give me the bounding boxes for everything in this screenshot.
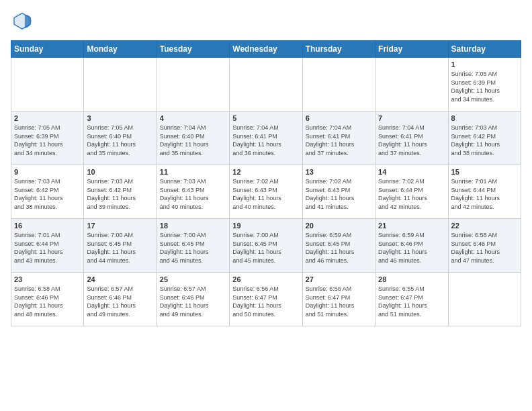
day-header-saturday: Saturday <box>448 41 521 58</box>
calendar-cell: 17Sunrise: 7:00 AM Sunset: 6:45 PM Dayli… <box>84 219 157 273</box>
day-info: Sunrise: 7:01 AM Sunset: 6:44 PM Dayligh… <box>14 231 81 265</box>
calendar-cell: 21Sunrise: 6:59 AM Sunset: 6:46 PM Dayli… <box>375 219 448 273</box>
calendar-cell <box>302 58 375 111</box>
calendar-week-row: 1Sunrise: 7:05 AM Sunset: 6:39 PM Daylig… <box>11 58 521 111</box>
day-number: 3 <box>87 114 153 122</box>
day-number: 21 <box>378 222 445 230</box>
calendar-cell: 7Sunrise: 7:04 AM Sunset: 6:41 PM Daylig… <box>375 111 448 165</box>
day-info: Sunrise: 6:57 AM Sunset: 6:46 PM Dayligh… <box>87 285 153 318</box>
day-info: Sunrise: 7:04 AM Sunset: 6:40 PM Dayligh… <box>160 124 226 157</box>
calendar-cell: 27Sunrise: 6:56 AM Sunset: 6:47 PM Dayli… <box>302 273 375 326</box>
calendar-cell: 28Sunrise: 6:55 AM Sunset: 6:47 PM Dayli… <box>375 273 448 326</box>
calendar-cell: 13Sunrise: 7:02 AM Sunset: 6:43 PM Dayli… <box>302 165 375 219</box>
logo <box>11 11 35 34</box>
logo-icon <box>12 11 32 31</box>
day-number: 22 <box>451 222 518 230</box>
calendar-cell <box>230 58 302 111</box>
day-header-thursday: Thursday <box>302 41 375 58</box>
day-info: Sunrise: 7:01 AM Sunset: 6:44 PM Dayligh… <box>451 177 518 211</box>
day-number: 18 <box>160 222 226 230</box>
day-number: 1 <box>451 60 518 68</box>
day-number: 20 <box>306 222 372 230</box>
day-info: Sunrise: 6:55 AM Sunset: 6:47 PM Dayligh… <box>378 285 445 318</box>
day-number: 27 <box>306 275 372 283</box>
day-info: Sunrise: 7:00 AM Sunset: 6:45 PM Dayligh… <box>232 231 299 265</box>
calendar-cell: 22Sunrise: 6:58 AM Sunset: 6:46 PM Dayli… <box>448 219 521 273</box>
calendar-cell: 25Sunrise: 6:57 AM Sunset: 6:46 PM Dayli… <box>157 273 229 326</box>
day-number: 24 <box>87 275 153 283</box>
day-number: 16 <box>14 222 81 230</box>
calendar-cell: 24Sunrise: 6:57 AM Sunset: 6:46 PM Dayli… <box>84 273 157 326</box>
day-number: 10 <box>87 168 153 176</box>
day-info: Sunrise: 7:02 AM Sunset: 6:43 PM Dayligh… <box>232 177 299 211</box>
day-number: 5 <box>232 114 299 122</box>
calendar-cell: 5Sunrise: 7:04 AM Sunset: 6:41 PM Daylig… <box>230 111 302 165</box>
calendar-cell: 20Sunrise: 6:59 AM Sunset: 6:45 PM Dayli… <box>302 219 375 273</box>
day-info: Sunrise: 6:59 AM Sunset: 6:46 PM Dayligh… <box>378 231 445 265</box>
day-info: Sunrise: 7:05 AM Sunset: 6:40 PM Dayligh… <box>87 124 153 157</box>
day-info: Sunrise: 6:58 AM Sunset: 6:46 PM Dayligh… <box>14 285 81 318</box>
day-number: 9 <box>14 168 81 176</box>
calendar-cell <box>157 58 229 111</box>
day-header-sunday: Sunday <box>11 41 84 58</box>
day-number: 11 <box>160 168 226 176</box>
calendar-table: SundayMondayTuesdayWednesdayThursdayFrid… <box>11 40 521 326</box>
calendar-cell: 16Sunrise: 7:01 AM Sunset: 6:44 PM Dayli… <box>11 219 84 273</box>
day-info: Sunrise: 7:04 AM Sunset: 6:41 PM Dayligh… <box>232 124 299 157</box>
calendar-cell: 14Sunrise: 7:02 AM Sunset: 6:44 PM Dayli… <box>375 165 448 219</box>
day-number: 2 <box>14 114 81 122</box>
calendar-cell: 11Sunrise: 7:03 AM Sunset: 6:43 PM Dayli… <box>157 165 229 219</box>
calendar-week-row: 23Sunrise: 6:58 AM Sunset: 6:46 PM Dayli… <box>11 273 521 326</box>
day-info: Sunrise: 7:03 AM Sunset: 6:43 PM Dayligh… <box>160 177 226 211</box>
calendar-cell: 18Sunrise: 7:00 AM Sunset: 6:45 PM Dayli… <box>157 219 229 273</box>
day-header-friday: Friday <box>375 41 448 58</box>
day-info: Sunrise: 6:57 AM Sunset: 6:46 PM Dayligh… <box>160 285 226 318</box>
calendar-cell: 6Sunrise: 7:04 AM Sunset: 6:41 PM Daylig… <box>302 111 375 165</box>
calendar-cell: 19Sunrise: 7:00 AM Sunset: 6:45 PM Dayli… <box>230 219 302 273</box>
day-number: 23 <box>14 275 81 283</box>
day-info: Sunrise: 6:56 AM Sunset: 6:47 PM Dayligh… <box>232 285 299 318</box>
calendar-cell: 12Sunrise: 7:02 AM Sunset: 6:43 PM Dayli… <box>230 165 302 219</box>
calendar-cell: 2Sunrise: 7:05 AM Sunset: 6:39 PM Daylig… <box>11 111 84 165</box>
day-info: Sunrise: 6:56 AM Sunset: 6:47 PM Dayligh… <box>306 285 372 318</box>
calendar-week-row: 2Sunrise: 7:05 AM Sunset: 6:39 PM Daylig… <box>11 111 521 165</box>
day-number: 15 <box>451 168 518 176</box>
day-info: Sunrise: 7:04 AM Sunset: 6:41 PM Dayligh… <box>378 124 445 157</box>
calendar-cell: 26Sunrise: 6:56 AM Sunset: 6:47 PM Dayli… <box>230 273 302 326</box>
calendar-cell: 1Sunrise: 7:05 AM Sunset: 6:39 PM Daylig… <box>448 58 521 111</box>
calendar-cell <box>84 58 157 111</box>
day-header-monday: Monday <box>84 41 157 58</box>
day-number: 28 <box>378 275 445 283</box>
calendar-cell <box>448 273 521 326</box>
day-info: Sunrise: 7:05 AM Sunset: 6:39 PM Dayligh… <box>14 124 81 157</box>
day-info: Sunrise: 7:03 AM Sunset: 6:42 PM Dayligh… <box>451 124 518 157</box>
day-number: 19 <box>232 222 299 230</box>
day-number: 14 <box>378 168 445 176</box>
page-header <box>11 11 521 34</box>
day-info: Sunrise: 7:02 AM Sunset: 6:44 PM Dayligh… <box>378 177 445 211</box>
day-info: Sunrise: 7:03 AM Sunset: 6:42 PM Dayligh… <box>14 177 81 211</box>
calendar-cell: 3Sunrise: 7:05 AM Sunset: 6:40 PM Daylig… <box>84 111 157 165</box>
calendar-cell: 8Sunrise: 7:03 AM Sunset: 6:42 PM Daylig… <box>448 111 521 165</box>
day-number: 8 <box>451 114 518 122</box>
calendar-week-row: 9Sunrise: 7:03 AM Sunset: 6:42 PM Daylig… <box>11 165 521 219</box>
day-info: Sunrise: 7:00 AM Sunset: 6:45 PM Dayligh… <box>87 231 153 265</box>
day-number: 17 <box>87 222 153 230</box>
calendar-cell: 10Sunrise: 7:03 AM Sunset: 6:42 PM Dayli… <box>84 165 157 219</box>
day-number: 26 <box>232 275 299 283</box>
calendar-week-row: 16Sunrise: 7:01 AM Sunset: 6:44 PM Dayli… <box>11 219 521 273</box>
calendar-header-row: SundayMondayTuesdayWednesdayThursdayFrid… <box>11 41 521 58</box>
day-number: 7 <box>378 114 445 122</box>
day-info: Sunrise: 7:02 AM Sunset: 6:43 PM Dayligh… <box>306 177 372 211</box>
day-number: 4 <box>160 114 226 122</box>
day-number: 13 <box>306 168 372 176</box>
day-info: Sunrise: 7:04 AM Sunset: 6:41 PM Dayligh… <box>306 124 372 157</box>
day-info: Sunrise: 7:00 AM Sunset: 6:45 PM Dayligh… <box>160 231 226 265</box>
day-number: 25 <box>160 275 226 283</box>
calendar-cell: 4Sunrise: 7:04 AM Sunset: 6:40 PM Daylig… <box>157 111 229 165</box>
day-info: Sunrise: 7:03 AM Sunset: 6:42 PM Dayligh… <box>87 177 153 211</box>
calendar-cell: 23Sunrise: 6:58 AM Sunset: 6:46 PM Dayli… <box>11 273 84 326</box>
day-info: Sunrise: 7:05 AM Sunset: 6:39 PM Dayligh… <box>451 70 518 103</box>
day-header-tuesday: Tuesday <box>157 41 229 58</box>
calendar-cell: 9Sunrise: 7:03 AM Sunset: 6:42 PM Daylig… <box>11 165 84 219</box>
